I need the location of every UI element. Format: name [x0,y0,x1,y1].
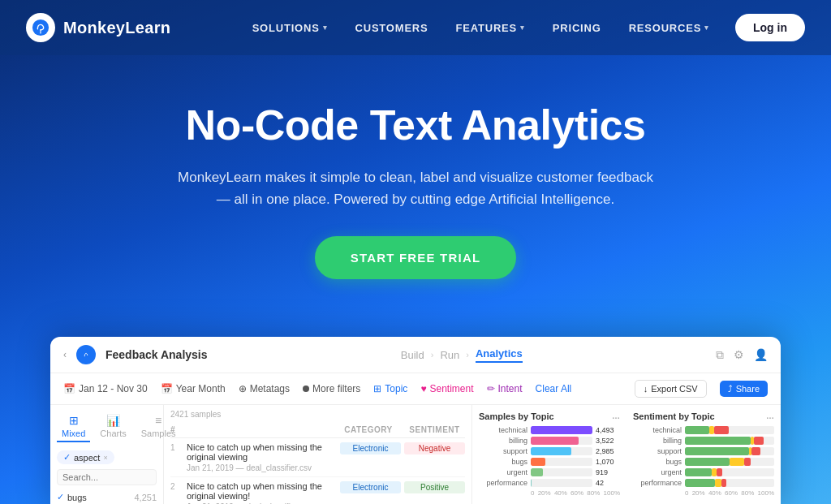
back-arrow-icon[interactable]: ‹ [63,349,67,360]
bar-track [685,468,774,476]
bar-fill [531,458,545,466]
chart-title: Sentiment by Topic … [633,411,774,421]
bar-row: technical 4,493 [479,426,620,434]
bar-segment [714,426,729,434]
bar-track [685,447,774,455]
samples-table: 2421 samples # CATEGORY SENTIMENT 1 Nice… [164,405,472,504]
filter-date[interactable]: 📅 Jan 12 - Nov 30 [63,383,148,394]
row-number: 1 [170,442,183,452]
bar-label: support [633,447,682,455]
bar-track [531,468,592,476]
login-button[interactable]: Log in [735,14,805,41]
bar-track [531,458,592,466]
dashboard-title: Feedback Analysis [105,348,208,361]
sentiment-bars: technical billing support bugs urgent pe… [633,426,774,487]
row-number: 2 [170,481,183,491]
bar-segment [751,447,760,455]
aspect-tag[interactable]: ✓ aspect × [57,450,114,464]
mixed-icon: ⊞ [69,414,79,427]
breadcrumb: Build › Run › Analytics [401,347,523,363]
bar-fill [531,437,579,445]
settings-icon[interactable]: ⚙ [734,348,744,362]
breadcrumb-arrow: › [431,350,434,360]
bar-segment [754,437,764,445]
breadcrumb-build[interactable]: Build [401,349,424,361]
chart-more-icon[interactable]: … [612,411,620,421]
category-badge: Electronic [340,442,401,454]
copy-icon[interactable]: ⧉ [716,348,724,362]
nav-item-resources[interactable]: RESOURCES ▾ [618,15,721,41]
bar-segment [715,479,721,487]
dashboard-sidebar: ⊞ Mixed 📊 Charts ≡ Samples ✓ aspect × [50,405,164,504]
calendar-icon: 📅 [161,383,173,394]
filter-metatags[interactable]: ⊕ Metatags [239,383,290,394]
filter-topic[interactable]: ⊞ Topic [373,383,407,394]
nav-item-customers[interactable]: CUSTOMERS [344,15,440,41]
chevron-down-icon: ▾ [704,24,709,32]
bar-value: 4,493 [596,426,620,434]
bar-segment [721,479,726,487]
table-row: 2 Nice to catch up when missing the orig… [170,477,465,504]
intent-icon: ✏ [487,383,495,394]
user-icon[interactable]: 👤 [754,348,768,362]
samples-icon: ≡ [155,414,161,427]
bar-segment [685,479,715,487]
bar-segment [730,458,744,466]
sentiment-badge: Positive [404,481,465,493]
tab-mixed[interactable]: ⊞ Mixed [57,411,90,442]
filter-period[interactable]: 📅 Year Month [161,383,226,394]
tab-charts[interactable]: 📊 Charts [95,411,131,442]
bar-segment [709,426,715,434]
bar-row: performance [633,479,774,487]
nav-item-pricing[interactable]: PRICING [541,15,613,41]
share-button[interactable]: ⤴ Share [720,381,768,397]
col-text [187,425,333,434]
bar-label: billing [479,437,527,445]
chart-more-icon[interactable]: … [766,411,774,421]
nav-item-solutions[interactable]: SOLUTIONS ▾ [241,15,339,41]
clear-all-button[interactable]: Clear All [536,383,572,394]
category-badge: Electronic [340,481,401,493]
start-free-trial-button[interactable]: START FREE TRIAL [315,236,517,279]
filter-more[interactable]: More filters [303,383,360,394]
chevron-down-icon: ▾ [520,24,525,32]
dashboard-action-icons: ⧉ ⚙ 👤 [716,348,768,362]
hero-title: No-Code Text Analytics [186,101,646,150]
charts-panel: Samples by Topic … technical 4,493 billi… [472,405,781,504]
breadcrumb-run[interactable]: Run [440,349,459,361]
tag-icon: ⊕ [239,383,247,394]
check-icon: ✓ [63,452,71,463]
bar-segment [744,458,751,466]
filter-intent[interactable]: ✏ Intent [487,383,523,394]
chevron-down-icon: ▾ [323,24,328,32]
breadcrumb-analytics[interactable]: Analytics [476,347,523,363]
bar-row: bugs [633,458,774,466]
samples-by-topic-chart: Samples by Topic … technical 4,493 billi… [472,405,626,504]
heart-icon: ♥ [420,383,426,394]
calendar-icon: 📅 [63,383,75,394]
charts-icon: 📊 [106,414,120,427]
sentiment-by-topic-chart: Sentiment by Topic … technical billing s… [626,405,781,504]
filter-bar: 📅 Jan 12 - Nov 30 📅 Year Month ⊕ Metatag… [50,373,781,405]
filter-sentiment[interactable]: ♥ Sentiment [420,383,473,394]
bar-fill [531,479,532,487]
bar-track [685,458,774,466]
sidebar-search[interactable] [57,469,157,485]
export-csv-button[interactable]: ↓ Export CSV [635,380,707,398]
sidebar-filter-bugs: ✓ bugs 4,251 [57,492,157,502]
bar-row: performance 42 [479,479,620,487]
tag-close-icon: × [103,454,107,462]
chart-axis: 020%40%60%80%100% [479,489,620,497]
bar-segment [685,447,749,455]
dot-icon [303,386,309,392]
chart-title: Samples by Topic … [479,411,620,421]
bar-fill [531,447,571,455]
bar-track [531,437,592,445]
logo[interactable]: MonkeyLearn [26,13,170,42]
row-content: Nice to catch up when missing the origin… [187,481,337,504]
bar-segment [717,468,723,476]
nav-item-features[interactable]: FEATURES ▾ [445,15,536,41]
bar-segment [685,437,751,445]
bar-fill [531,426,592,434]
chart-axis: 020%40%60%80%100% [633,489,774,497]
